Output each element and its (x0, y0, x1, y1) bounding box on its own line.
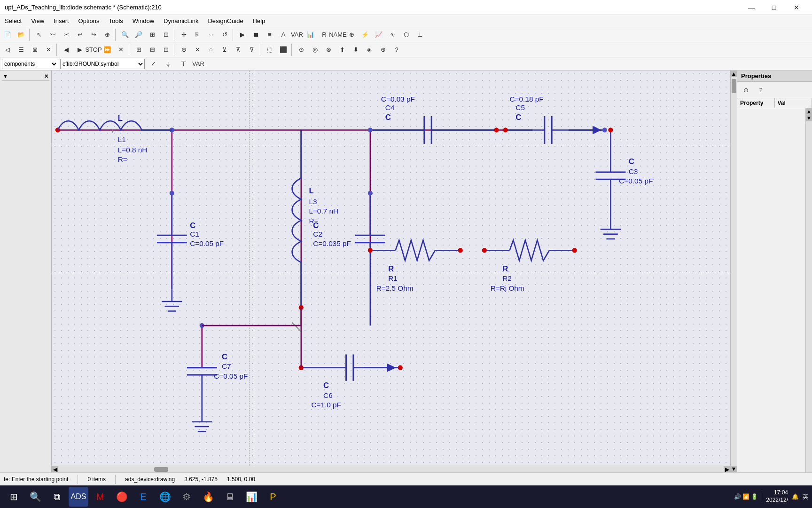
menu-designguide[interactable]: DesignGuide (203, 15, 248, 27)
tb-cut[interactable]: ✂ (60, 29, 73, 41)
taskbar-app10[interactable]: P (263, 487, 283, 507)
menu-help[interactable]: Help (248, 15, 270, 27)
tb2-2[interactable]: ☰ (15, 44, 28, 56)
taskbar-app7[interactable]: 🔥 (198, 487, 218, 507)
tb-comp[interactable]: ⊕ (345, 29, 358, 41)
props-scroll-down[interactable]: ▼ (806, 115, 812, 121)
tb-more2[interactable]: 📈 (372, 29, 385, 41)
tb-zoom-fit[interactable]: ⊞ (146, 29, 159, 41)
props-icon2[interactable]: ? (754, 84, 767, 96)
tb-more1[interactable]: ⚡ (359, 29, 372, 41)
tb2-c6[interactable]: ⊽ (245, 44, 258, 56)
scrollbar-bottom[interactable]: ◀ ▶ (52, 466, 730, 472)
tb2-stop[interactable]: STOP (87, 44, 100, 56)
tb2-grid[interactable]: ⊞ (132, 44, 145, 56)
tb-undo[interactable]: ↩ (73, 29, 86, 41)
tb2-back[interactable]: ◀ (60, 44, 73, 56)
tb-more5[interactable]: ⊥ (413, 29, 426, 41)
taskbar-search[interactable]: 🔍 (25, 487, 45, 507)
tb2-c1[interactable]: ⊕ (177, 44, 190, 56)
tb-redo[interactable]: ↪ (87, 29, 100, 41)
tb2-h3[interactable]: ⊙ (295, 44, 308, 56)
taskbar-start[interactable]: ⊞ (4, 487, 23, 507)
tb-mirror[interactable]: ↔ (204, 29, 218, 41)
tb-pin[interactable]: ⊕ (101, 29, 114, 41)
comp-ok[interactable]: ✓ (147, 58, 160, 70)
tb-netlist[interactable]: ≡ (263, 29, 276, 41)
menu-window[interactable]: Window (128, 15, 159, 27)
props-scroll-up[interactable]: ▲ (806, 108, 812, 115)
scroll-right[interactable]: ▶ (724, 466, 730, 472)
taskbar-taskview[interactable]: ⧉ (47, 487, 67, 507)
scrollbar-right[interactable]: ▲ ▼ (730, 71, 737, 472)
tb-sim[interactable]: ▶ (236, 29, 249, 41)
scroll-left[interactable]: ◀ (52, 466, 58, 472)
tb-copy[interactable]: ⎘ (191, 29, 204, 41)
menu-insert[interactable]: Insert (49, 15, 74, 27)
tb2-h7[interactable]: ⬇ (349, 44, 362, 56)
tb-var[interactable]: VAR (290, 29, 304, 41)
taskbar-app2[interactable]: M (90, 487, 110, 507)
clock[interactable]: 17:04 2022/12/ (766, 489, 788, 504)
tb-new[interactable]: 📄 (1, 29, 14, 41)
tb2-grid3[interactable]: ⊡ (159, 44, 172, 56)
tb-zoom-out[interactable]: 🔎 (132, 29, 145, 41)
menu-dynamiclink[interactable]: DynamicLink (159, 15, 203, 27)
tb2-c2[interactable]: ✕ (191, 44, 204, 56)
tb2-h8[interactable]: ◈ (363, 44, 376, 56)
taskbar-app5[interactable]: 🌐 (155, 487, 175, 507)
menu-tools[interactable]: Tools (104, 15, 127, 27)
tb-rotate[interactable]: ↺ (218, 29, 231, 41)
notification-icon[interactable]: 🔔 (792, 493, 799, 500)
tb2-h9[interactable]: ⊕ (376, 44, 390, 56)
taskbar-app6[interactable]: ⚙ (177, 487, 196, 507)
tb-stop[interactable]: ⏹ (250, 29, 263, 41)
tb2-h5[interactable]: ⊗ (322, 44, 335, 56)
tb-open[interactable]: 📂 (15, 29, 28, 41)
tb2-h10[interactable]: ? (390, 44, 403, 56)
tb-name[interactable]: NAME (331, 29, 344, 41)
tb-annotate[interactable]: A (277, 29, 290, 41)
tb-wire[interactable]: 〰 (46, 29, 59, 41)
tb2-4[interactable]: ✕ (42, 44, 55, 56)
props-scrollbar[interactable]: ▲ ▼ (805, 108, 812, 472)
category-select[interactable]: components (2, 59, 58, 69)
tb2-h1[interactable]: ⬚ (263, 44, 276, 56)
tb2-c3[interactable]: ○ (204, 44, 218, 56)
tb-zoom-sel[interactable]: ⊡ (159, 29, 172, 41)
tb2-h6[interactable]: ⬆ (336, 44, 349, 56)
scroll-h-track[interactable] (58, 466, 724, 472)
tb-graph[interactable]: 📊 (304, 29, 317, 41)
tb2-h2[interactable]: ⬛ (277, 44, 290, 56)
taskbar-app9[interactable]: 📊 (242, 487, 261, 507)
scroll-up[interactable]: ▲ (731, 71, 737, 77)
tb2-1[interactable]: ◁ (1, 44, 14, 56)
taskbar-app1[interactable]: ADS (69, 487, 88, 507)
tb-select[interactable]: ↖ (32, 29, 46, 41)
tb2-x[interactable]: ✕ (114, 44, 127, 56)
close-button[interactable]: ✕ (786, 0, 807, 15)
menu-select[interactable]: Select (0, 15, 26, 27)
taskbar-app4[interactable]: E (133, 487, 153, 507)
tb2-run[interactable]: ⏩ (101, 44, 114, 56)
scroll-thumb[interactable] (732, 79, 736, 93)
tb2-c4[interactable]: ⊻ (218, 44, 231, 56)
tb-more4[interactable]: ⬡ (399, 29, 413, 41)
tb-move[interactable]: ✛ (177, 29, 190, 41)
tb2-c5[interactable]: ⊼ (232, 44, 245, 56)
props-icon1[interactable]: ⊙ (739, 84, 752, 96)
tb2-grid2[interactable]: ⊟ (146, 44, 159, 56)
tb2-3[interactable]: ⊠ (28, 44, 41, 56)
scroll-down[interactable]: ▼ (731, 466, 737, 472)
minimize-button[interactable]: — (741, 0, 762, 15)
tb2-h4[interactable]: ◎ (308, 44, 321, 56)
tb-more3[interactable]: ∿ (386, 29, 399, 41)
scroll-h-thumb[interactable] (154, 467, 168, 472)
symbol-select[interactable]: cflib:GROUND:symbol (60, 59, 145, 69)
maximize-button[interactable]: □ (763, 0, 785, 15)
tb-zoom-in[interactable]: 🔍 (118, 29, 132, 41)
comp-vdd[interactable]: ⊤ (177, 58, 190, 70)
left-panel-close[interactable]: ✕ (44, 73, 48, 79)
comp-var[interactable]: VAR (192, 58, 205, 70)
menu-options[interactable]: Options (74, 15, 104, 27)
